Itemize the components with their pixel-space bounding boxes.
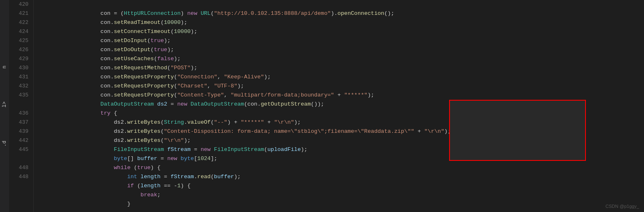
watermark: CSDN @p1ggy_ <box>606 204 639 209</box>
line-num: 432 <box>9 82 28 91</box>
line-num <box>9 154 28 163</box>
line-num: 448 <box>9 172 28 181</box>
sidebar-label-l: l> <box>2 101 7 107</box>
line-num: 430 <box>9 64 28 73</box>
sidebar-panel: n l> .d <box>0 0 9 212</box>
line-num: 421 <box>9 9 28 18</box>
line-num: 439 <box>9 127 28 136</box>
line-num <box>9 191 28 200</box>
line-num: 436 <box>9 109 28 118</box>
sidebar-label-n: n <box>2 66 7 68</box>
line-num: 435 <box>9 91 28 100</box>
line-num: 420 <box>9 0 28 9</box>
line-num: 425 <box>9 36 28 45</box>
line-num: 431 <box>9 73 28 82</box>
line-num: 424 <box>9 27 28 36</box>
code-content: con = (HttpURLConnection) new URL("http:… <box>34 0 644 212</box>
line-num <box>9 100 28 109</box>
code-line-420: con = (HttpURLConnection) new URL("http:… <box>40 0 644 9</box>
line-num <box>9 181 28 191</box>
code-editor: n l> .d 420 421 422 424 425 426 429 430 … <box>0 0 644 212</box>
line-num: 437 <box>9 118 28 127</box>
sidebar-label-d: .d <box>2 141 7 146</box>
line-num: 426 <box>9 45 28 54</box>
line-num: 429 <box>9 54 28 64</box>
code-line-436: ds2.writeBytes(String.valueOf("--") + "*… <box>40 109 644 118</box>
line-num: 422 <box>9 18 28 27</box>
line-num: 448 <box>9 163 28 172</box>
line-num: 442 <box>9 136 28 145</box>
line-num: 445 <box>9 145 28 154</box>
line-numbers: 420 421 422 424 425 426 429 430 431 432 … <box>9 0 34 212</box>
